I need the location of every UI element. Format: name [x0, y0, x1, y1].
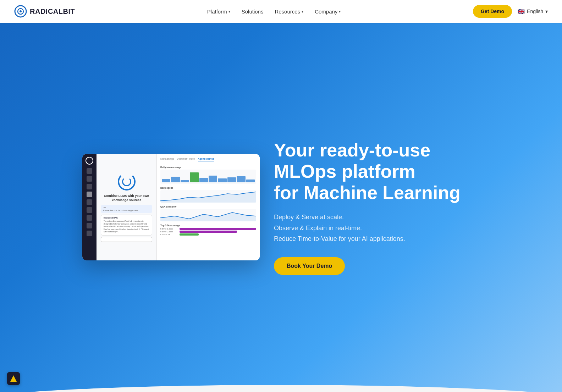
flag-icon: 🇬🇧	[518, 8, 525, 15]
get-demo-button[interactable]: Get Demo	[473, 5, 512, 18]
platform-chevron-icon: ▾	[228, 10, 230, 13]
mockup-sidebar-icon-8	[87, 223, 92, 228]
chart-daily-tokens: Daily tokens usage	[160, 166, 256, 184]
bar-8	[227, 177, 236, 182]
mockup-tab-docindex[interactable]: Document Index	[177, 158, 195, 161]
mockup-sidebar-icon-5	[87, 199, 92, 205]
book-demo-button[interactable]: Book Your Demo	[274, 257, 345, 275]
bar-10	[246, 180, 255, 182]
bar-2	[171, 177, 180, 182]
hero-subtitle: Deploy & Serve at scale. Observe & Expla…	[274, 212, 480, 244]
chart-qa-similarity: Q&A Similarity	[160, 205, 256, 221]
language-chevron-icon: ▾	[545, 9, 548, 14]
mockup-chat-input[interactable]	[101, 237, 152, 242]
plugin-triangle-icon	[10, 375, 17, 382]
mockup-panel-title: Combine LLMs with your own knowledge sou…	[101, 194, 152, 202]
nav-resources[interactable]: Resources ▾	[275, 9, 303, 15]
nav-company[interactable]: Company ▾	[315, 9, 341, 15]
plugin-icon-button[interactable]	[7, 372, 20, 385]
language-label: English	[527, 9, 543, 14]
mockup-right-panel: MlofSettings Document Index Agent Metric…	[157, 154, 260, 260]
mockup-chat-input-row	[101, 237, 152, 242]
bar-5	[199, 178, 208, 183]
bar-7	[218, 178, 226, 182]
mockup-sidebar-icon-1	[87, 168, 92, 174]
top5-bars: 5-Bfive-1.docx 5-Bfive-2.docx Content fi…	[160, 228, 256, 236]
mockup-sidebar-logo	[86, 157, 93, 165]
company-chevron-icon: ▾	[339, 10, 341, 13]
bar-3	[181, 180, 189, 182]
hero-title: Your ready-to-use MLOps platform for Mac…	[274, 140, 480, 203]
svg-marker-4	[160, 212, 256, 221]
hero-mockup: Combine LLMs with your own knowledge sou…	[82, 154, 260, 260]
nav-platform[interactable]: Platform ▾	[207, 9, 230, 15]
nav-solutions[interactable]: Solutions	[242, 9, 264, 15]
radicalbit-logo-icon	[14, 5, 27, 18]
mockup-sidebar-icon-7	[87, 215, 92, 221]
header-right: Get Demo 🇬🇧 English ▾	[473, 5, 548, 18]
mockup-tab-settings[interactable]: MlofSettings	[160, 158, 174, 161]
hero-text: Your ready-to-use MLOps platform for Mac…	[274, 140, 480, 275]
hero-section: Combine LLMs with your own knowledge sou…	[0, 0, 562, 392]
bar-6	[209, 176, 217, 182]
mockup-sidebar-icon-3	[87, 184, 92, 189]
mockup-tab-agentmetrics[interactable]: Agent Metrics	[198, 158, 214, 161]
bar-1	[162, 179, 170, 183]
mockup-left-panel: Combine LLMs with your own knowledge sou…	[97, 154, 157, 260]
mockup-sidebar-icon-2	[87, 176, 92, 182]
bar-4	[190, 172, 198, 183]
chart-line-qa	[160, 209, 256, 221]
logo-text: RADICALBIT	[30, 7, 75, 16]
language-selector[interactable]: 🇬🇧 English ▾	[518, 8, 548, 15]
mockup-sidebar	[82, 154, 97, 260]
mockup-sidebar-icon-4	[87, 192, 92, 197]
mockup-sidebar-icon-6	[87, 207, 92, 213]
chart-bar-tokens	[160, 170, 256, 184]
main-nav: Platform ▾ Solutions Resources ▾ Company…	[207, 9, 341, 15]
bar-9	[237, 176, 245, 183]
resources-chevron-icon: ▾	[302, 10, 303, 13]
chart-top5-docs: Top 5 Docs usage 5-Bfive-1.docx 5-Bfive-…	[160, 224, 256, 236]
mockup-panel-circle	[118, 173, 136, 191]
mockup-right-tabs: MlofSettings Document Index Agent Metric…	[160, 158, 256, 163]
mockup-chat-bubble: Yes Please describe the onboarding proce…	[101, 205, 152, 213]
header: RADICALBIT Platform ▾ Solutions Resource…	[0, 0, 562, 23]
chart-line-spend	[160, 190, 256, 203]
mockup-chat-response: Radicalbit RAG The onboarding process at…	[101, 215, 152, 236]
logo[interactable]: RADICALBIT	[14, 5, 75, 18]
mockup-sidebar-icon-9	[87, 231, 92, 236]
chart-daily-spend: Daily spend	[160, 187, 256, 203]
svg-point-2	[20, 10, 22, 12]
